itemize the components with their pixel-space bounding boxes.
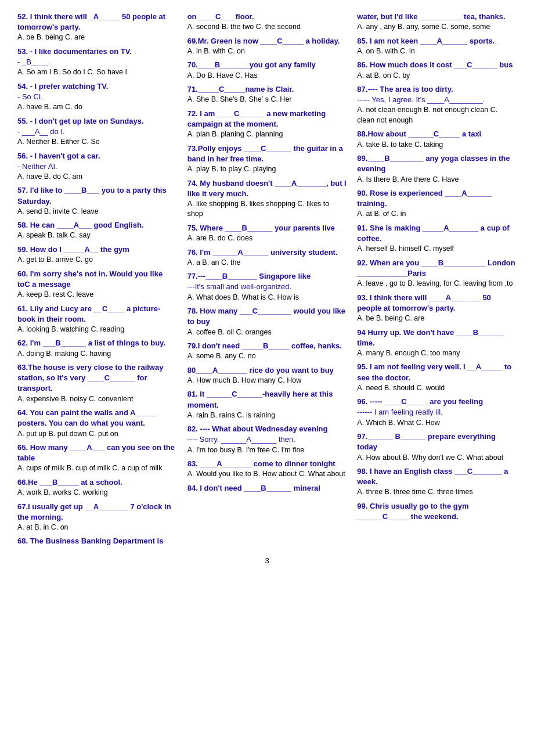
question-block-q67: 67.I usually get up __A_______ 7 o'clock… (17, 502, 177, 533)
question-block-q68b: on ____C___ floor.A. second B. the two C… (187, 12, 347, 33)
question-options-q73: A. play B. to play C. playing (187, 164, 347, 175)
question-block-q93: 93. I think there will ____A_______ 50 p… (357, 293, 517, 324)
question-options-q79: A. some B. any C. no (187, 351, 347, 362)
question-dash-q53: - _B____. (17, 57, 177, 67)
question-title-q91: 91. She is making _____A_______ a cup of… (357, 223, 517, 244)
question-title-q68: 68. The Business Banking Department is (17, 536, 177, 546)
question-title-q84b: water, but I'd like __________ tea, than… (357, 12, 517, 22)
question-dash-q96: ------ I am feeling really ill. (357, 407, 517, 417)
question-block-q53: 53. - I like documentaries on TV.- _B___… (17, 46, 177, 78)
question-title-q96: 96. ----- ____C_____ are you feeling (357, 397, 517, 407)
question-dash-q77: ---It's small and well-organized. (187, 282, 347, 292)
question-title-q53: 53. - I like documentaries on TV. (17, 46, 177, 57)
question-options-q98: A. three B. three time C. three times (357, 487, 517, 498)
main-content: 52. I think there will _A_____ 50 people… (17, 12, 517, 550)
question-options-q97: A. How about B. Why don't we C. What abo… (357, 453, 517, 463)
question-options-q58: A. speak B. talk C. say (17, 231, 177, 241)
question-title-q81: 81. It ______C______-heavily here at thi… (187, 389, 347, 410)
question-options-q66: A. work B. works C. working (17, 488, 177, 498)
question-block-q73: 73.Polly enjoys ____C______ the guitar i… (187, 143, 347, 175)
question-block-q97: 97.______ B______ prepare everything tod… (357, 431, 517, 463)
question-block-q74: 74. My husband doesn't ____A_______, but… (187, 178, 347, 219)
question-title-q87: 87.---- The area is too dirty. (357, 84, 517, 95)
question-block-q64: 64. You can paint the walls and A_____ p… (17, 408, 177, 439)
question-block-q95: 95. I am not feeling very well. I __A___… (357, 362, 517, 393)
question-title-q70: 70.____B_______you got any family (187, 60, 347, 70)
question-title-q60: 60. I'm sorry she's not in. Would you li… (17, 269, 177, 290)
question-options-q83: A. Would you like to B. How about C. Wha… (187, 469, 347, 480)
column-2: on ____C___ floor.A. second B. the two C… (187, 12, 347, 550)
question-title-q56: 56. - I haven't got a car. (17, 151, 177, 161)
question-title-q99: 99. Chris usually go to the gym ______C_… (357, 501, 517, 522)
question-title-q58: 58. He can ____A___ good English. (17, 220, 177, 231)
question-title-q57: 57. I'd like to ____B___ you to a party … (17, 185, 177, 206)
question-options-q84b: A. any , any B. any, some C. some, some (357, 22, 517, 33)
question-title-q75: 75. Where ____B______ your parents live (187, 223, 347, 233)
question-options-q63: A. expensive B. noisy C. convenient (17, 394, 177, 405)
question-block-q77: 77.---____B_______ Singapore like---It's… (187, 271, 347, 303)
question-options-q65: A. cups of milk B. cup of milk C. a cup … (17, 463, 177, 474)
question-options-q76: A. a B. an C. the (187, 258, 347, 268)
question-block-q71: 71._____C_____name is Clair.A. She B. Sh… (187, 84, 347, 105)
question-block-q62: 62. I'm ___B______ a list of things to b… (17, 338, 177, 359)
question-block-q80: 80____A_______ rice do you want to buyA.… (187, 365, 347, 386)
question-block-q98: 98. I have an English class ___C_______ … (357, 466, 517, 498)
question-block-q92: 92. When are you ____B__________ London … (357, 258, 517, 289)
question-options-q96: A. Which B. What C. How (357, 418, 517, 429)
question-options-q59: A. get to B. arrive C. go (17, 255, 177, 265)
question-options-q62: A. doing B. making C. having (17, 349, 177, 359)
question-title-q65: 65. How many ____A___ can you see on the… (17, 442, 177, 463)
question-options-q53: A. So am I B. So do I C. So have I (17, 67, 177, 78)
question-options-q74: A. like shopping B. likes shopping C. li… (187, 199, 347, 219)
question-block-q58: 58. He can ____A___ good English.A. spea… (17, 220, 177, 241)
question-title-q66: 66.He ___B_____ at a school. (17, 477, 177, 488)
question-block-q68: 68. The Business Banking Department is (17, 536, 177, 546)
question-block-q84: 84. I don't need ____B______ mineral (187, 483, 347, 494)
question-block-q61: 61. Lily and Lucy are __C____ a picture-… (17, 304, 177, 335)
question-options-q72: A. plan B. planing C. planning (187, 129, 347, 140)
question-title-q55: 55. - I don't get up late on Sundays. (17, 116, 177, 127)
question-options-q80: A. How much B. How many C. How (187, 376, 347, 386)
column-1: 52. I think there will _A_____ 50 people… (17, 12, 177, 550)
question-options-q57: A. send B. invite C. leave (17, 207, 177, 217)
question-title-q82: 82. ---- What about Wednesday evening (187, 424, 347, 434)
question-options-q94: A. many B. enough C. too many (357, 348, 517, 359)
question-options-q69: A. in B. with C. on (187, 46, 347, 57)
question-options-q95: A. need B. should C. would (357, 383, 517, 394)
question-block-q99: 99. Chris usually go to the gym ______C_… (357, 501, 517, 522)
question-title-q54: 54. - I prefer watching TV. (17, 81, 177, 92)
question-block-q83: 83. ____A_______ come to dinner tonightA… (187, 459, 347, 480)
question-title-q78: 78. How many ___C________ would you like… (187, 306, 347, 327)
question-block-q56: 56. - I haven't got a car.- Neither AI.A… (17, 151, 177, 182)
question-options-q93: A. be B. being C. are (357, 314, 517, 324)
question-title-q90: 90. Rose is experienced ____A______ trai… (357, 188, 517, 209)
question-dash-q54: - So CI. (17, 92, 177, 102)
question-title-q80: 80____A_______ rice do you want to buy (187, 365, 347, 376)
question-title-q67: 67.I usually get up __A_______ 7 o'clock… (17, 502, 177, 523)
question-title-q88: 88.How about ______C_____ a taxi (357, 129, 517, 139)
question-options-q86: A. at B. on C. by (357, 71, 517, 81)
question-options-q78: A. coffee B. oil C. oranges (187, 327, 347, 338)
question-options-q64: A. put up B. put down C. put on (17, 429, 177, 440)
question-block-q81: 81. It ______C______-heavily here at thi… (187, 389, 347, 420)
question-block-q96: 96. ----- ____C_____ are you feeling----… (357, 397, 517, 428)
question-options-q60: A. keep B. rest C. leave (17, 290, 177, 300)
question-block-q91: 91. She is making _____A_______ a cup of… (357, 223, 517, 254)
question-block-q89: 89.____B________ any yoga classes in the… (357, 153, 517, 185)
question-block-q76: 76. I'm ______A______ university student… (187, 247, 347, 268)
question-dash-q82: ---- Sorry, ______A______ then. (187, 434, 347, 445)
question-title-q64: 64. You can paint the walls and A_____ p… (17, 408, 177, 429)
question-block-q86: 86. How much does it cost ___C______ bus… (357, 60, 517, 81)
question-block-q82: 82. ---- What about Wednesday evening---… (187, 424, 347, 455)
question-block-q70: 70.____B_______you got any familyA. Do B… (187, 60, 347, 81)
question-options-q90: A. at B. of C. in (357, 209, 517, 219)
question-title-q72: 72. I am ____C______ a new marketing cam… (187, 109, 347, 129)
question-title-q68b: on ____C___ floor. (187, 12, 347, 22)
question-title-q83: 83. ____A_______ come to dinner tonight (187, 459, 347, 469)
question-title-q89: 89.____B________ any yoga classes in the… (357, 153, 517, 174)
question-block-q63: 63.The house is very close to the railwa… (17, 362, 177, 404)
question-block-q57: 57. I'd like to ____B___ you to a party … (17, 185, 177, 217)
question-options-q92: A. leave , go to B. leaving, for C. leav… (357, 279, 517, 289)
question-dash-q56: - Neither AI. (17, 161, 177, 172)
question-dash-q87: ----- Yes, I agree. It's ____A________. (357, 95, 517, 105)
